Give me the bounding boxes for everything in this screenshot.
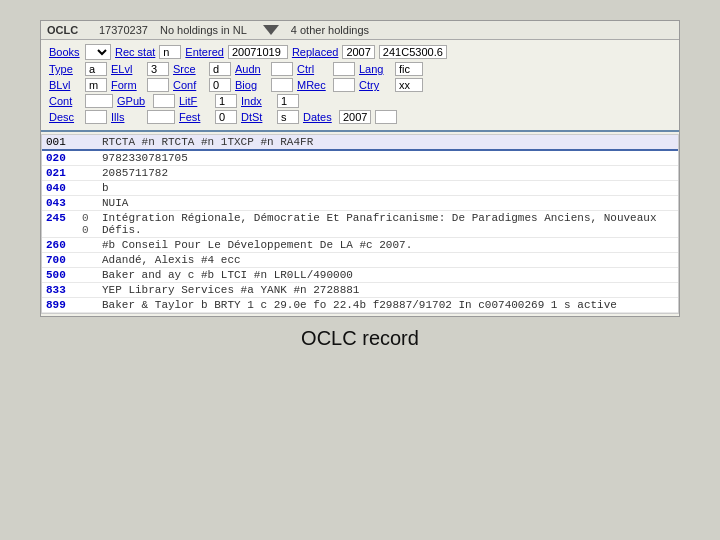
other-holdings: 4 other holdings (291, 24, 369, 36)
field-row-4: Cont GPub LitF 1 Indx 1 (49, 94, 671, 108)
form-label[interactable]: Form (111, 79, 143, 91)
marc-ind (78, 268, 98, 283)
dtst-value: s (277, 110, 299, 124)
marc-table: 001RTCTA #n RTCTA #n 1TXCP #n RA4FR02097… (42, 135, 678, 313)
marc-ind (78, 253, 98, 268)
field-row-2: Type a ELvl 3 Srce d Audn Ctrl Lang fic (49, 62, 671, 76)
marc-row: 0212085711782 (42, 166, 678, 181)
marc-ind (78, 196, 98, 211)
marc-records-area: 001RTCTA #n RTCTA #n 1TXCP #n RA4FR02097… (41, 134, 679, 314)
marc-tag: 043 (42, 196, 78, 211)
fest-value: 0 (215, 110, 237, 124)
marc-data: YEP Library Services #a YANK #n 2728881 (98, 283, 678, 298)
lang-value: fic (395, 62, 423, 76)
marc-tag: 020 (42, 150, 78, 166)
replaced-value: 2007 (342, 45, 374, 59)
marc-ind: 0 0 (78, 211, 98, 238)
replaced-extra: 241C5300.6 (379, 45, 447, 59)
gpub-value (153, 94, 175, 108)
cont-value (85, 94, 113, 108)
recstat-value: n (159, 45, 181, 59)
indx-label[interactable]: Indx (241, 95, 273, 107)
mrec-label[interactable]: MRec (297, 79, 329, 91)
audn-value (271, 62, 293, 76)
no-holdings: No holdings in NL (160, 24, 247, 36)
litf-label[interactable]: LitF (179, 95, 211, 107)
marc-data: RTCTA #n RTCTA #n 1TXCP #n RA4FR (98, 135, 678, 150)
marc-ind (78, 238, 98, 253)
books-label[interactable]: Books (49, 46, 81, 58)
conf-label[interactable]: Conf (173, 79, 205, 91)
form-value (147, 78, 169, 92)
marc-data: Intégration Régionale, Démocratie Et Pan… (98, 211, 678, 238)
conf-value: 0 (209, 78, 231, 92)
field-row-3: BLvl m Form Conf 0 Biog MRec Ctry xx (49, 78, 671, 92)
marc-tag: 833 (42, 283, 78, 298)
biog-label[interactable]: Biog (235, 79, 267, 91)
dates-extra (375, 110, 397, 124)
dtst-label[interactable]: DtSt (241, 111, 273, 123)
ctry-value: xx (395, 78, 423, 92)
type-value: a (85, 62, 107, 76)
marc-ind (78, 298, 98, 313)
ctrl-label[interactable]: Ctrl (297, 63, 329, 75)
lang-label[interactable]: Lang (359, 63, 391, 75)
audn-label[interactable]: Audn (235, 63, 267, 75)
marc-row: 500Baker and ay c #b LTCI #n LR0LL/49000… (42, 268, 678, 283)
marc-data: Baker and ay c #b LTCI #n LR0LL/490000 (98, 268, 678, 283)
marc-tag: 700 (42, 253, 78, 268)
marc-ind (78, 150, 98, 166)
marc-tag: 040 (42, 181, 78, 196)
oclc-record-window: OCLC 17370237 No holdings in NL 4 other … (40, 20, 680, 317)
marc-row: 260#b Conseil Pour Le Développement De L… (42, 238, 678, 253)
marc-ind (78, 283, 98, 298)
gpub-label[interactable]: GPub (117, 95, 149, 107)
cont-label[interactable]: Cont (49, 95, 81, 107)
elvl-value: 3 (147, 62, 169, 76)
ills-label[interactable]: Ills (111, 111, 143, 123)
marc-row: 001RTCTA #n RTCTA #n 1TXCP #n RA4FR (42, 135, 678, 150)
elvl-label[interactable]: ELvl (111, 63, 143, 75)
field-row-1: Books Rec stat n Entered 20071019 Replac… (49, 44, 671, 60)
indx-value: 1 (277, 94, 299, 108)
oclc-label: OCLC (47, 24, 87, 36)
srce-label[interactable]: Srce (173, 63, 205, 75)
page-caption: OCLC record (0, 317, 720, 360)
replaced-label[interactable]: Replaced (292, 46, 338, 58)
fest-label[interactable]: Fest (179, 111, 211, 123)
litf-value: 1 (215, 94, 237, 108)
marc-tag: 001 (42, 135, 78, 150)
desc-label[interactable]: Desc (49, 111, 81, 123)
caption-text: OCLC record (301, 327, 419, 349)
srce-value: d (209, 62, 231, 76)
marc-row: 0209782330781705 (42, 150, 678, 166)
biog-value (271, 78, 293, 92)
arrow-down-icon (263, 25, 279, 35)
ctry-label[interactable]: Ctry (359, 79, 391, 91)
marc-tag: 899 (42, 298, 78, 313)
marc-tag: 260 (42, 238, 78, 253)
marc-ind (78, 181, 98, 196)
entered-value: 20071019 (228, 45, 288, 59)
fields-section: Books Rec stat n Entered 20071019 Replac… (41, 40, 679, 132)
marc-row: 833YEP Library Services #a YANK #n 27288… (42, 283, 678, 298)
desc-value (85, 110, 107, 124)
marc-data: #b Conseil Pour Le Développement De LA #… (98, 238, 678, 253)
entered-label[interactable]: Entered (185, 46, 224, 58)
type-label[interactable]: Type (49, 63, 81, 75)
mrec-value (333, 78, 355, 92)
marc-row: 700Adandé, Alexis #4 ecc (42, 253, 678, 268)
dates-label[interactable]: Dates (303, 111, 335, 123)
blvl-label[interactable]: BLvl (49, 79, 81, 91)
marc-row: 040b (42, 181, 678, 196)
marc-ind (78, 166, 98, 181)
marc-tag: 245 (42, 211, 78, 238)
books-select[interactable] (85, 44, 111, 60)
marc-row: 2450 0Intégration Régionale, Démocratie … (42, 211, 678, 238)
marc-row: 043NUIA (42, 196, 678, 211)
recstat-label[interactable]: Rec stat (115, 46, 155, 58)
marc-tag: 500 (42, 268, 78, 283)
marc-data: Baker & Taylor b BRTY 1 c 29.0e fo 22.4b… (98, 298, 678, 313)
blvl-value: m (85, 78, 107, 92)
marc-data: b (98, 181, 678, 196)
